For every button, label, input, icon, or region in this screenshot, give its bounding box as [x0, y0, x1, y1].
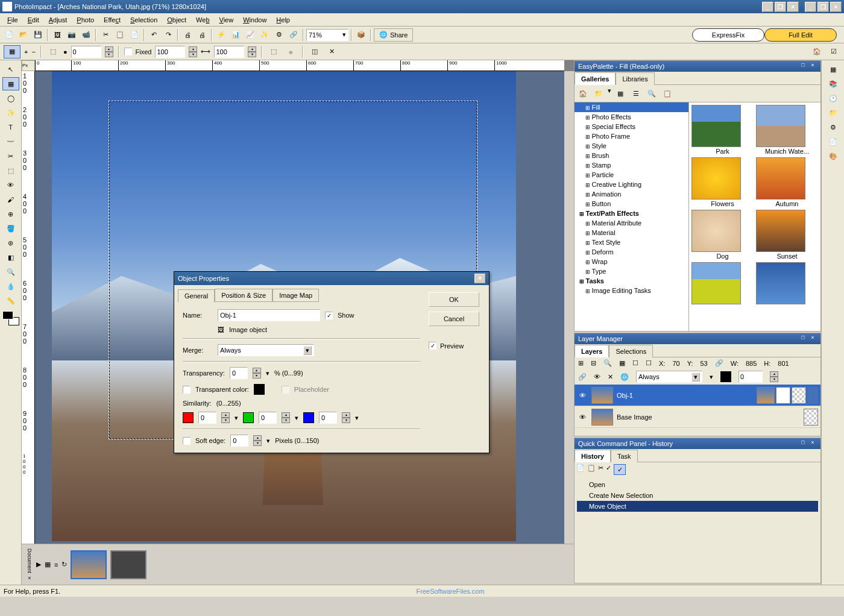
undo-button[interactable]: ↶ — [147, 28, 160, 42]
opt-tool-c[interactable]: ◫ — [308, 45, 321, 58]
opt-tool-a[interactable]: ⬚ — [267, 45, 280, 58]
minus-icon[interactable]: − — [31, 48, 35, 55]
clone-tool[interactable]: ⊕ — [2, 207, 19, 221]
menu-view[interactable]: View — [215, 14, 239, 25]
printer-button[interactable]: 🖨 — [195, 28, 209, 42]
tree-textpath[interactable]: Text/Path Effects — [575, 209, 688, 218]
new-button[interactable]: 📄 — [2, 28, 16, 42]
lm-icon-a[interactable]: ⊞ — [578, 359, 584, 367]
batch-button[interactable]: ⚙ — [272, 28, 286, 42]
erase-tool[interactable]: ◧ — [2, 251, 19, 264]
lm-icon-b[interactable]: ⊟ — [591, 359, 596, 367]
tree-material[interactable]: Material — [575, 228, 688, 237]
eyedropper-tool[interactable]: 💧 — [2, 280, 19, 293]
tree-particle[interactable]: Particle — [575, 170, 688, 180]
stamp-tool[interactable]: ⊛ — [2, 236, 19, 250]
fill-tool[interactable]: 🪣 — [2, 222, 19, 235]
minimize-button[interactable]: _ — [805, 2, 816, 12]
levels-button[interactable]: 📊 — [229, 28, 242, 42]
sort-icon[interactable]: ≡ — [54, 561, 58, 568]
layer-obj1[interactable]: 👁 Obj-1 — [575, 385, 820, 406]
open-button[interactable]: 📂 — [17, 28, 30, 42]
spin-up[interactable]: ▴ — [105, 46, 113, 52]
name-input[interactable] — [218, 309, 320, 321]
fixed-checkbox[interactable] — [124, 48, 132, 55]
menu-photo[interactable]: Photo — [72, 14, 99, 25]
toggle-easypalette[interactable]: ▦ — [825, 63, 842, 76]
color-swatch[interactable] — [2, 311, 19, 325]
visibility-icon[interactable]: 👁 — [577, 413, 588, 421]
ep-home-icon[interactable]: 🏠 — [576, 87, 590, 100]
lm-icon-c[interactable]: 🔍 — [603, 359, 612, 367]
green-input[interactable] — [259, 412, 277, 424]
opt-tool-d[interactable]: ✕ — [325, 45, 338, 58]
link-icon[interactable]: ⟷ — [201, 48, 210, 55]
ep-copy-icon[interactable]: 📋 — [661, 87, 674, 100]
lm-icon-f[interactable]: ☐ — [646, 359, 652, 367]
tree-creative-lighting[interactable]: Creative Lighting — [575, 180, 688, 189]
red-input[interactable] — [198, 412, 216, 424]
doc-thumb-1[interactable] — [71, 550, 107, 579]
tree-animation[interactable]: Animation — [575, 189, 688, 199]
restore-child-button[interactable]: ❐ — [775, 2, 786, 12]
opacity-input[interactable] — [738, 371, 763, 383]
hist-icon-e[interactable]: ✓ — [614, 464, 626, 475]
tab-task[interactable]: Task — [611, 450, 638, 462]
thumb-jet[interactable] — [756, 262, 818, 305]
tree-fill[interactable]: Fill — [575, 102, 688, 112]
redo-button[interactable]: ↷ — [162, 28, 175, 42]
tab-galleries[interactable]: Galleries — [575, 72, 616, 85]
hist-icon-a[interactable]: 📄 — [576, 464, 585, 475]
plus-icon[interactable]: + — [24, 48, 28, 55]
tree-photo-frame[interactable]: Photo Frame — [575, 131, 688, 141]
tab-position-size[interactable]: Position & Size — [215, 289, 272, 302]
ep-view-icon[interactable]: ▦ — [614, 87, 627, 100]
fixed-height-input[interactable] — [214, 46, 244, 58]
menu-edit[interactable]: Edit — [23, 14, 44, 25]
toggle-color[interactable]: 🎨 — [825, 149, 842, 163]
transform-tool[interactable]: ⬚ — [2, 164, 19, 177]
menu-effect[interactable]: Effect — [99, 14, 125, 25]
tree-type[interactable]: Type — [575, 266, 688, 276]
link-icon[interactable]: 🔗 — [715, 359, 723, 367]
opt-tool-b[interactable]: ⟐ — [284, 45, 297, 58]
path-tool[interactable]: 〰 — [2, 135, 19, 148]
hist-icon-d[interactable]: ✓ — [606, 464, 611, 475]
softedge-checkbox[interactable] — [183, 437, 191, 445]
history-open[interactable]: Open — [577, 479, 818, 490]
menu-web[interactable]: Web — [191, 14, 214, 25]
dialog-close-button[interactable]: × — [474, 274, 485, 283]
paint-tool[interactable]: 🖌 — [2, 193, 19, 206]
tree-wrap[interactable]: Wrap — [575, 257, 688, 266]
camera-button[interactable]: 📹 — [80, 28, 93, 42]
hist-icon-b[interactable]: 📋 — [587, 464, 596, 475]
transparency-input[interactable] — [230, 367, 248, 379]
tree-special-effects[interactable]: Special Effects — [575, 122, 688, 131]
thumb-flowers[interactable]: Flowers — [691, 157, 754, 207]
tree-tasks[interactable]: Tasks — [575, 276, 688, 286]
browse-button[interactable]: 🖼 — [51, 28, 64, 42]
scrollbar-vertical[interactable] — [564, 71, 574, 556]
doc-thumb-2[interactable] — [110, 550, 146, 579]
fixed-width-input[interactable] — [155, 46, 185, 58]
cancel-button[interactable]: Cancel — [429, 312, 479, 326]
zoom-tool[interactable]: 🔍 — [2, 265, 19, 278]
option-value-1[interactable] — [71, 46, 101, 58]
stitch-button[interactable]: 🔗 — [287, 28, 300, 42]
copy-button[interactable]: 📋 — [113, 28, 127, 42]
tab-libraries[interactable]: Libraries — [616, 72, 654, 85]
lasso-tool[interactable]: ◯ — [2, 92, 19, 105]
layer-color-swatch[interactable] — [720, 371, 731, 382]
toggle-history[interactable]: 🕐 — [825, 92, 842, 105]
panel-toggle-a[interactable]: 🏠 — [810, 45, 824, 58]
close-button[interactable]: × — [830, 2, 842, 12]
thumb-autumn[interactable]: Autumn — [756, 157, 818, 207]
effect-button[interactable]: ✨ — [258, 28, 271, 42]
wand-tool[interactable]: ✨ — [2, 106, 19, 119]
transparent-color-checkbox[interactable] — [183, 386, 191, 394]
history-move-object[interactable]: Move Object — [577, 501, 818, 512]
menu-object[interactable]: Object — [162, 14, 191, 25]
tab-layers[interactable]: Layers — [575, 345, 609, 357]
tree-style[interactable]: Style — [575, 141, 688, 151]
spin-down[interactable]: ▾ — [105, 52, 113, 57]
